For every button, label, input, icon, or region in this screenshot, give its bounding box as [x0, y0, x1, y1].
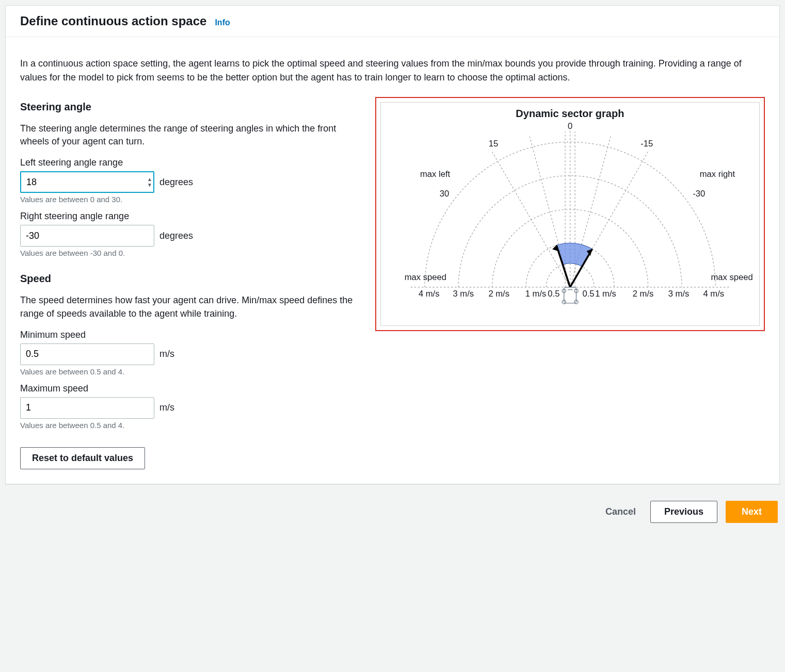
svg-line-2: [570, 137, 610, 287]
max-speed-input[interactable]: [20, 397, 154, 419]
svg-line-3: [492, 152, 570, 287]
svg-text:30: 30: [439, 189, 449, 199]
svg-text:4 m/s: 4 m/s: [419, 289, 440, 299]
svg-text:1 m/s: 1 m/s: [595, 289, 616, 299]
svg-text:-15: -15: [640, 139, 653, 149]
svg-text:max speed: max speed: [711, 272, 752, 282]
cancel-button[interactable]: Cancel: [599, 501, 642, 522]
next-button[interactable]: Next: [726, 501, 778, 523]
wizard-footer: Cancel Previous Next: [5, 497, 780, 527]
right-steering-hint: Values are between -30 and 0.: [20, 249, 363, 257]
left-steering-input[interactable]: [20, 171, 154, 193]
svg-text:max speed: max speed: [404, 272, 446, 282]
svg-text:-30: -30: [693, 189, 705, 199]
chart-container: Dynamic sector graph: [380, 102, 760, 326]
right-steering-field: Right steering angle range degrees Value…: [20, 211, 363, 257]
min-speed-input[interactable]: [20, 343, 154, 365]
svg-text:max left: max left: [420, 169, 451, 179]
left-steering-unit: degrees: [159, 177, 193, 188]
action-space-card: Define continuous action space Info In a…: [5, 5, 780, 484]
svg-line-1: [530, 137, 570, 287]
car-icon: [562, 287, 578, 304]
reset-button[interactable]: Reset to default values: [20, 447, 145, 469]
svg-text:3 m/s: 3 m/s: [668, 289, 689, 299]
min-speed-unit: m/s: [159, 349, 174, 359]
speed-desc: The speed determines how fast your agent…: [20, 294, 363, 320]
right-steering-input[interactable]: [20, 225, 154, 247]
previous-button[interactable]: Previous: [650, 501, 717, 523]
svg-text:15: 15: [489, 139, 499, 149]
svg-text:0.5: 0.5: [582, 289, 594, 299]
svg-text:4 m/s: 4 m/s: [703, 289, 724, 299]
max-speed-hint: Values are between 0.5 and 4.: [20, 421, 363, 430]
svg-text:1 m/s: 1 m/s: [525, 289, 546, 299]
intro-text: In a continuous action space setting, th…: [20, 57, 765, 85]
svg-text:3 m/s: 3 m/s: [453, 289, 474, 299]
svg-text:max right: max right: [699, 169, 735, 179]
left-steering-hint: Values are between 0 and 30.: [20, 195, 363, 204]
max-speed-label: Maximum speed: [20, 383, 363, 394]
left-steering-label: Left steering angle range: [20, 157, 363, 168]
chart-highlight-box: Dynamic sector graph: [375, 97, 765, 331]
left-steering-field: Left steering angle range ▲ ▼ degrees Va…: [20, 157, 363, 204]
svg-text:2 m/s: 2 m/s: [633, 289, 654, 299]
chart-title: Dynamic sector graph: [386, 108, 754, 120]
number-spinner[interactable]: ▲ ▼: [147, 173, 152, 191]
sector-graph: 0 15 -15 30 -30 max left max right max s…: [386, 122, 754, 318]
max-speed-field: Maximum speed m/s Values are between 0.5…: [20, 383, 363, 430]
steering-desc: The steering angle determines the range …: [20, 122, 363, 148]
info-link[interactable]: Info: [215, 18, 230, 27]
page-title: Define continuous action space: [20, 14, 206, 28]
spinner-down-icon[interactable]: ▼: [147, 183, 152, 188]
svg-text:2 m/s: 2 m/s: [488, 289, 509, 299]
min-speed-hint: Values are between 0.5 and 4.: [20, 367, 363, 376]
max-speed-unit: m/s: [159, 402, 174, 413]
spinner-up-icon[interactable]: ▲: [147, 177, 152, 182]
svg-text:0.5: 0.5: [548, 289, 559, 299]
steering-heading: Steering angle: [20, 101, 363, 113]
min-speed-label: Minimum speed: [20, 330, 363, 340]
svg-text:0: 0: [568, 122, 572, 131]
right-steering-label: Right steering angle range: [20, 211, 363, 222]
card-header: Define continuous action space Info: [6, 6, 779, 37]
speed-heading: Speed: [20, 273, 363, 285]
min-speed-field: Minimum speed m/s Values are between 0.5…: [20, 330, 363, 376]
right-steering-unit: degrees: [159, 231, 193, 241]
